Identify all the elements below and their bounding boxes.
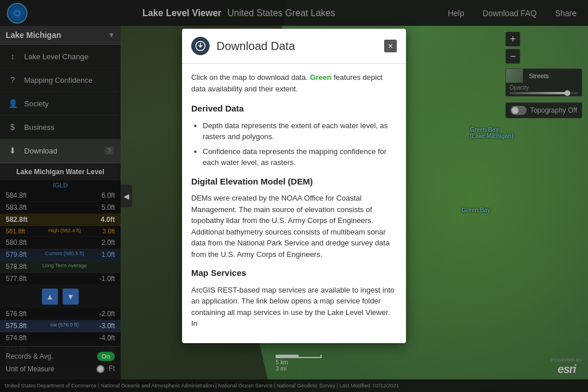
modal-intro: Click on the map to download data. Green… [191,72,397,94]
section-derived-data: Derived Data [191,102,397,116]
download-modal: Download Data × Click on the map to down… [182,29,406,343]
modal-header: Download Data × [182,29,406,64]
map-services-para: ArcGIS REST-based map services are avail… [191,285,397,329]
modal-close-button[interactable]: × [384,40,397,52]
section-dem: Digital Elevation Model (DEM) [191,175,397,189]
intro-text: Click on the map to download data. [191,73,308,82]
bullet-confidence: Confidence data represents the mapping c… [203,146,397,168]
modal-title: Download Data [216,40,295,53]
section-map-services: Map Services [191,267,397,280]
modal-body: Click on the map to download data. Green… [182,64,406,343]
dem-para: DEMs were created by the NOAA Office for… [191,193,397,260]
modal-overlay: Download Data × Click on the map to down… [0,0,588,392]
bullet-depth: Depth data represents the extent of each… [203,120,397,143]
derived-data-list: Depth data represents the extent of each… [191,120,397,168]
intro-green: Green [310,73,332,82]
modal-download-icon [191,37,210,55]
